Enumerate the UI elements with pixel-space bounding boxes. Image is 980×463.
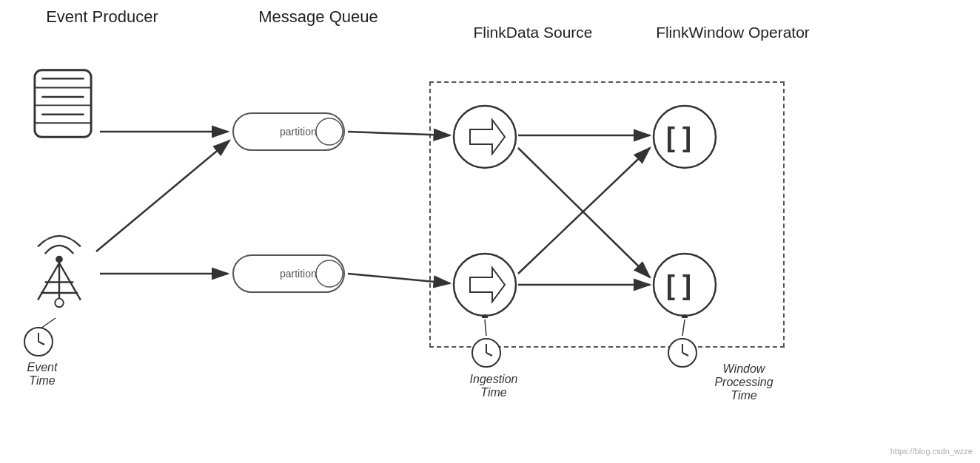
partition1-pill: partition 1 <box>229 109 348 154</box>
svg-rect-0 <box>35 70 91 137</box>
svg-point-7 <box>56 256 63 263</box>
label-flink-data-source: FlinkData Source <box>466 4 600 41</box>
label-flink-window-operator: FlinkWindow Operator <box>651 4 814 41</box>
flink-source-circle-2 <box>452 251 518 318</box>
server-icon <box>30 67 96 141</box>
ingestion-time-clock <box>470 337 503 369</box>
window-processing-time-label: WindowProcessingTime <box>703 362 785 402</box>
svg-point-13 <box>55 299 64 308</box>
diagram-container: Event Producer Message Queue FlinkData S… <box>0 0 980 463</box>
flink-window-circle-2: [ ] <box>651 251 718 318</box>
svg-point-19 <box>316 118 343 145</box>
svg-text:[ ]: [ ] <box>666 270 691 300</box>
partition2-pill: partition 2 <box>229 251 348 296</box>
window-processing-time-clock <box>666 337 699 369</box>
svg-text:[ ]: [ ] <box>666 122 691 152</box>
watermark: https://blog.csdn_wzze <box>890 447 973 456</box>
antenna-icon <box>22 214 96 311</box>
label-message-queue: Message Queue <box>244 7 392 27</box>
flink-window-circle-1: [ ] <box>651 104 718 170</box>
ingestion-time-label: IngestionTime <box>460 373 527 399</box>
event-time-clock <box>22 325 55 358</box>
svg-point-22 <box>316 260 343 287</box>
svg-line-42 <box>96 141 229 251</box>
label-event-producer: Event Producer <box>21 7 184 27</box>
event-time-label: EventTime <box>9 361 75 388</box>
flink-source-circle-1 <box>452 104 518 170</box>
